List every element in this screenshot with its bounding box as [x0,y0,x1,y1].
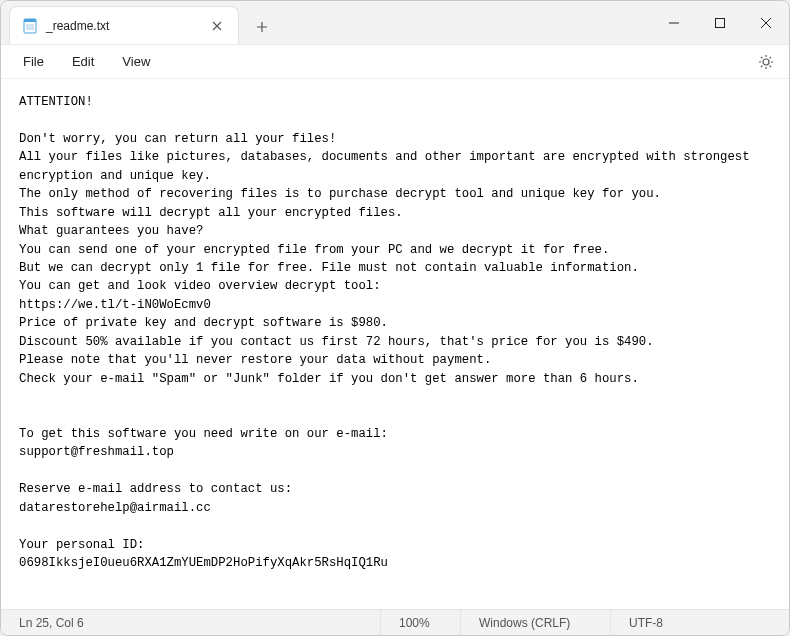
tab-active[interactable]: _readme.txt [9,6,239,44]
tab-title: _readme.txt [46,19,208,33]
minimize-button[interactable] [651,1,697,44]
status-eol[interactable]: Windows (CRLF) [461,610,611,635]
new-tab-button[interactable] [245,10,279,44]
tab-strip: _readme.txt [1,1,651,44]
maximize-button[interactable] [697,1,743,44]
titlebar: _readme.txt [1,1,789,45]
status-zoom[interactable]: 100% [381,610,461,635]
close-tab-icon[interactable] [208,17,226,35]
svg-rect-5 [716,18,725,27]
window-controls [651,1,789,44]
statusbar: Ln 25, Col 6 100% Windows (CRLF) UTF-8 [1,609,789,635]
status-position[interactable]: Ln 25, Col 6 [1,610,381,635]
status-encoding[interactable]: UTF-8 [611,610,789,635]
close-window-button[interactable] [743,1,789,44]
svg-rect-1 [24,19,36,22]
notepad-icon [22,18,38,34]
settings-button[interactable] [751,47,781,77]
menubar: File Edit View [1,45,789,79]
text-content[interactable]: ATTENTION! Don't worry, you can return a… [1,79,789,609]
menu-file[interactable]: File [9,49,58,74]
menu-edit[interactable]: Edit [58,49,108,74]
notepad-window: _readme.txt File Edit View [0,0,790,636]
gear-icon [758,54,774,70]
menu-view[interactable]: View [108,49,164,74]
